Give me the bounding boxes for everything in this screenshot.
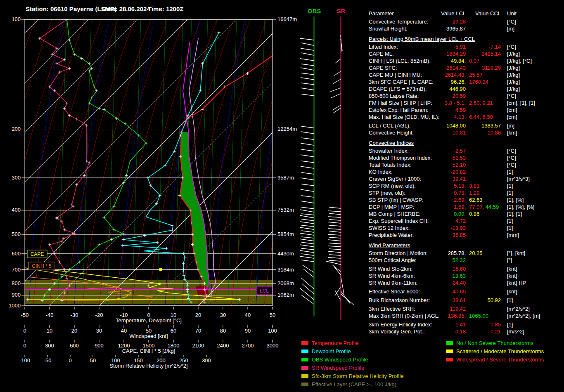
param-value: 6.50 <box>481 114 493 120</box>
axis-tick-label: -20 <box>95 312 103 318</box>
param-value-lcl: 20.59 <box>416 92 466 99</box>
param-value: 1.29 <box>469 190 479 196</box>
param-value-lcl: 2.69, <box>416 196 466 203</box>
param-value: 49.84, <box>451 58 466 64</box>
param-label: Total Totals Index: <box>369 161 412 168</box>
legend-item-profile: Dewpoint Profile <box>301 348 404 357</box>
param-value-extra: 77.07, 44.59 <box>469 203 499 210</box>
axis-tick-label: 40 <box>245 312 251 318</box>
param-label: STP (new, old): <box>369 189 405 196</box>
param-row: CINH | LSI (LCL: 852mB):49.84,0.07[J/kg]… <box>367 57 564 64</box>
axis-tick-label: 20 <box>71 328 77 334</box>
param-unit: [m^3/s^3] <box>507 175 530 182</box>
axis-tick-label: -30 <box>71 312 78 318</box>
param-label: SB STP (fix) | CWASP: <box>369 196 424 203</box>
param-value: 1760.24 <box>469 79 488 85</box>
legend-swatch <box>446 341 453 345</box>
param-value-lcl: 29.28 <box>416 18 466 25</box>
param-unit: [knt] <box>507 288 517 295</box>
section-header: Parcels: Using 50mB mean layer LCL + CCL <box>367 35 564 43</box>
axis-tick-label: 30 <box>220 312 226 318</box>
param-value-lcl: 3.8 - 5.1, <box>416 99 466 106</box>
param-value-lcl: 1.59, <box>416 203 466 210</box>
param-value: 119.42 <box>450 306 466 312</box>
axis-tick-label: 600 <box>70 342 79 349</box>
pressure-tick-label: 600 <box>12 250 21 257</box>
param-value-extra: 1065.00 <box>469 312 488 319</box>
axis-tick-label: 300 <box>45 342 54 349</box>
param-row: Lifted Index:-5.91-7.14[°C] <box>367 43 564 50</box>
pressure-tick-label: 100 <box>12 16 21 22</box>
axis-tick-label: 60 <box>171 328 176 334</box>
param-value-extra: 62.63 <box>469 196 483 203</box>
param-value-lcl: 3965.87 <box>416 25 466 32</box>
param-row: Craven SigSvr / 1000:39.41[m^3/s^3] <box>367 175 564 182</box>
param-value: 1.59, <box>454 204 466 210</box>
axis-tick-label: 10 <box>47 328 52 334</box>
param-unit: [cm] <box>507 106 517 113</box>
param-row: 3km Energy Helicity Index:1.411.85[1] <box>367 321 564 328</box>
param-row: DCAPE (LFS = 573mB):446.90[J/kg] <box>367 85 564 92</box>
legend-label: Effective Layer (CAPE >= 100 J/kg) <box>312 381 396 387</box>
param-row: Total Totals Index:52.10[°C] <box>367 161 564 168</box>
axis-tick-label: -100 <box>19 357 30 364</box>
legend-item-profile: Sfc-3km Storm Relative Helicity Profile <box>301 373 404 381</box>
param-label: SR Wind 9km-11km: <box>369 279 417 286</box>
axis-tick-label: -50 <box>44 357 52 364</box>
axis-tick-label: 2700 <box>242 342 254 349</box>
param-value-ccl: 2485.14 <box>451 50 501 57</box>
param-value: 24.40 <box>452 280 466 286</box>
param-value-ccl: 0.21 <box>451 328 501 335</box>
param-value: -2.57 <box>453 148 466 154</box>
param-value-lcl: 119.42 <box>416 305 466 312</box>
param-unit: [1], [%] <box>507 196 524 203</box>
axis-tick-label: 2400 <box>217 342 229 349</box>
param-value: 29.28 <box>452 19 466 25</box>
param-value-lcl: 136.85, <box>416 312 466 319</box>
obs-column-label: OBS <box>308 7 321 14</box>
table-header: Parameter <box>369 10 394 17</box>
param-value-lcl: 52.32 <box>416 257 466 264</box>
legend-item-profile: Effective Layer (CAPE >= 100 J/kg) <box>301 381 404 390</box>
param-unit: [knt] <box>507 272 517 279</box>
param-label: CAPE MU | CINH MU: <box>369 71 422 78</box>
param-value: 25.57 <box>469 72 483 78</box>
pressure-tick-label: 200 <box>12 126 21 132</box>
param-row: CAPE MU | CINH MU:2614.43,25.57[J/kg] <box>367 71 564 78</box>
legend-label: Scattered / Moderate Thunderstorms <box>456 348 544 354</box>
param-label: Convective Height: <box>369 129 414 136</box>
legend-item-severity: Scattered / Moderate Thunderstorms <box>446 348 544 357</box>
param-unit: [°C] <box>507 161 516 168</box>
param-value: 3.81 <box>469 183 479 189</box>
param-value: 0.00, <box>454 211 466 217</box>
param-row: 3km Vorticity Gen. Pot.:0.180.21[m/s^2] <box>367 328 564 335</box>
param-value-lcl: 0.00, <box>416 210 466 217</box>
param-value: 2.60, <box>469 100 481 106</box>
param-value: 3.8 - 5.1, <box>445 100 466 106</box>
legend-label: Temperature Profile <box>312 340 358 346</box>
param-label: SCP RM (new, old): <box>369 182 416 189</box>
param-label: Snowfall Height: <box>369 25 408 32</box>
axis-tick-label: 3000 <box>267 342 279 349</box>
param-unit: [°], [knt] <box>507 250 525 257</box>
altitude-tick-label: 16647m <box>277 16 297 22</box>
param-row: CAPE ML:1884.292485.14[J/kg] <box>367 50 564 57</box>
param-value: 136.85, <box>448 313 466 319</box>
pressure-tick-label: 500 <box>12 231 21 237</box>
legend-swatch <box>301 341 308 345</box>
section-header: Wind Parameters <box>367 242 564 249</box>
axis-tick-label: 900 <box>95 342 104 349</box>
param-label: CAPE SFC: <box>369 64 397 71</box>
param-unit: [J/kg], [°C] <box>507 57 532 64</box>
legend-swatch <box>301 349 308 353</box>
section-header: Convective Indices <box>367 139 564 146</box>
altitude-tick-label: 9587m <box>277 175 294 181</box>
legend-profiles: Temperature ProfileDewpoint ProfileOBS W… <box>301 340 404 390</box>
legend-swatch <box>446 358 453 361</box>
param-label: Lifted Index: <box>369 43 398 50</box>
param-label: CAPE ML: <box>369 50 394 57</box>
param-unit: [°C] <box>507 18 516 25</box>
param-value: 52.10 <box>452 162 466 168</box>
altitude-tick-label: 2068m <box>277 280 294 286</box>
param-value-extra: 2.60, 9.21 <box>469 99 493 106</box>
